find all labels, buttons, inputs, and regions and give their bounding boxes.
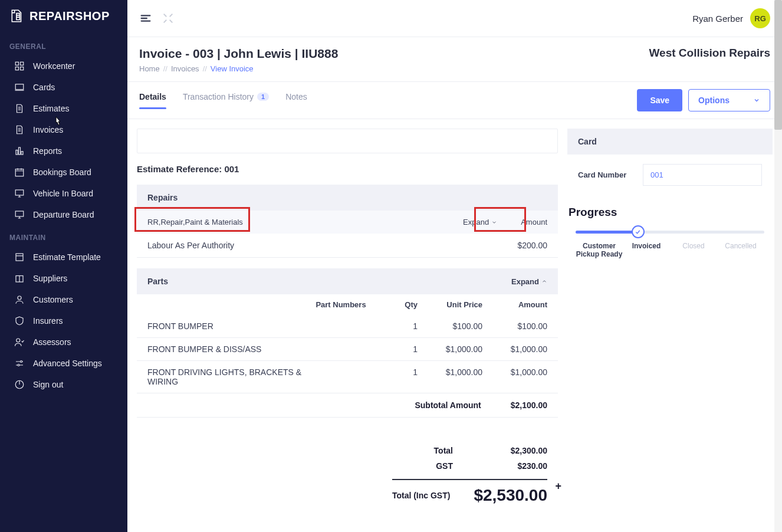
- svg-point-15: [21, 361, 22, 363]
- svg-rect-3: [21, 67, 24, 70]
- sidebar-item-assessors[interactable]: Assessors: [0, 331, 127, 353]
- sidebar-item-label: Workcenter: [33, 61, 75, 71]
- svg-rect-10: [15, 211, 24, 216]
- sidebar-item-vehicle-in[interactable]: Vehicle In Board: [0, 183, 127, 204]
- logo[interactable]: REPAIRSHOP: [0, 8, 127, 34]
- menu-toggle-icon[interactable]: [139, 12, 152, 25]
- breadcrumb-current: View Invoice: [211, 64, 254, 73]
- sidebar-item-label: Estimate Template: [33, 252, 101, 262]
- svg-point-16: [18, 364, 19, 366]
- sidebar-item-settings[interactable]: Advanced Settings: [0, 353, 127, 374]
- save-button[interactable]: Save: [637, 89, 682, 111]
- svg-rect-9: [15, 190, 24, 195]
- svg-rect-1: [21, 62, 24, 65]
- parts-row: FRONT BUMPER & DISS/ASS1$1,000.00$1,000.…: [137, 338, 558, 361]
- repair-row: Labour As Per Authority $200.00: [137, 234, 558, 258]
- spacer-panel: [137, 129, 558, 153]
- expand-icon[interactable]: [162, 12, 175, 25]
- main-content: Ryan Gerber RG Invoice - 003 | John Lewi…: [127, 0, 782, 532]
- sidebar-item-label: Assessors: [33, 337, 71, 347]
- sidebar-item-invoices[interactable]: Invoices: [0, 119, 127, 140]
- progress-step: Cancelled: [717, 242, 764, 258]
- sidebar-item-label: Departure Board: [33, 210, 94, 219]
- sidebar-item-estimates[interactable]: Estimates: [0, 98, 127, 119]
- history-count-badge: 1: [257, 93, 269, 101]
- svg-point-14: [17, 339, 20, 342]
- power-icon: [14, 379, 25, 390]
- parts-subtotal: Subtotal Amount $2,100.00: [137, 393, 558, 418]
- sidebar-item-label: Reports: [33, 146, 62, 156]
- progress-fill: [576, 231, 638, 234]
- sidebar-item-label: Cards: [33, 83, 55, 92]
- sidebar-item-label: Advanced Settings: [33, 359, 102, 368]
- sidebar: REPAIRSHOP GENERAL Workcenter Cards Esti…: [0, 0, 127, 532]
- sidebar-item-cards[interactable]: Cards: [0, 77, 127, 98]
- expand-repairs-button[interactable]: Expand: [463, 218, 497, 226]
- svg-rect-4: [15, 84, 24, 90]
- tab-details[interactable]: Details: [139, 92, 166, 109]
- sidebar-item-departure[interactable]: Departure Board: [0, 204, 127, 225]
- parts-header: Parts Expand: [137, 268, 558, 294]
- expand-parts-button[interactable]: Expand: [511, 277, 547, 286]
- page-title: Invoice - 003 | John Lewis | IIU888: [139, 47, 338, 61]
- company-name: West Collision Repairs: [649, 47, 770, 60]
- breadcrumb-invoices[interactable]: Invoices: [171, 64, 199, 73]
- progress-step: Invoiced: [623, 242, 670, 258]
- options-button[interactable]: Options: [688, 89, 770, 111]
- svg-rect-0: [15, 62, 18, 65]
- template-icon: [14, 252, 25, 262]
- chevron-down-icon: [753, 97, 760, 104]
- repairs-sub-label: RR,Repair,Paint & Materials: [147, 218, 243, 226]
- repairs-header: Repairs: [137, 185, 558, 211]
- parts-row: FRONT DRIVING LIGHTS, BRACKETS & WIRING1…: [137, 361, 558, 393]
- user-name[interactable]: Ryan Gerber: [692, 14, 743, 24]
- progress-step: Closed: [670, 242, 717, 258]
- parts-table-head: Part Numbers Qty Unit Price Amount: [137, 294, 558, 315]
- sidebar-item-estimate-template[interactable]: Estimate Template: [0, 247, 127, 268]
- monitor-icon: [14, 209, 25, 220]
- box-icon: [14, 273, 25, 284]
- chevron-down-icon: [491, 219, 497, 225]
- estimate-reference: Estimate Reference: 001: [137, 164, 558, 174]
- scrollbar[interactable]: [774, 0, 782, 532]
- monitor-icon: [14, 188, 25, 199]
- repairs-subheader: RR,Repair,Paint & Materials Expand Amoun…: [137, 211, 558, 234]
- card-number-label: Card Number: [578, 170, 631, 179]
- card-number-field[interactable]: [643, 164, 762, 186]
- topbar: Ryan Gerber RG: [127, 0, 782, 37]
- sidebar-item-label: Customers: [33, 295, 73, 304]
- sidebar-item-insurers[interactable]: Insurers: [0, 310, 127, 331]
- tab-transaction-history[interactable]: Transaction History1: [183, 92, 269, 109]
- document-icon: [14, 103, 25, 114]
- svg-rect-7: [21, 152, 23, 155]
- calendar-icon: [14, 167, 25, 178]
- sidebar-item-suppliers[interactable]: Suppliers: [0, 268, 127, 289]
- progress-track: [576, 231, 764, 234]
- plus-icon[interactable]: +: [555, 480, 561, 492]
- sidebar-item-reports[interactable]: Reports: [0, 140, 127, 162]
- sidebar-item-workcenter[interactable]: Workcenter: [0, 55, 127, 77]
- sidebar-item-label: Invoices: [33, 125, 63, 134]
- grid-icon: [14, 61, 25, 71]
- amount-column-head: Amount: [521, 218, 547, 226]
- totals-block: Total$2,300.00 GST$230.00 Total (Inc GST…: [137, 446, 558, 505]
- user-icon: [14, 294, 25, 305]
- svg-rect-6: [19, 147, 21, 155]
- avatar[interactable]: RG: [750, 8, 770, 28]
- bar-chart-icon: [14, 146, 25, 156]
- sidebar-item-label: Insurers: [33, 316, 63, 326]
- sidebar-item-label: Estimates: [33, 104, 69, 113]
- repairshop-logo-icon: [9, 8, 25, 24]
- breadcrumb-home[interactable]: Home: [139, 64, 160, 73]
- tab-notes[interactable]: Notes: [285, 92, 307, 109]
- sidebar-item-customers[interactable]: Customers: [0, 289, 127, 310]
- svg-rect-5: [16, 150, 18, 155]
- card-panel-header: Card: [567, 129, 773, 155]
- sidebar-item-signout[interactable]: Sign out: [0, 374, 127, 395]
- progress-panel: Progress Customer Pickup Ready Invoiced …: [567, 206, 773, 258]
- sidebar-section-maintain: MAINTAIN: [0, 225, 127, 247]
- progress-title: Progress: [567, 206, 773, 219]
- sidebar-item-bookings[interactable]: Bookings Board: [0, 162, 127, 183]
- parts-row: FRONT BUMPER1$100.00$100.00: [137, 315, 558, 338]
- svg-rect-2: [15, 67, 18, 70]
